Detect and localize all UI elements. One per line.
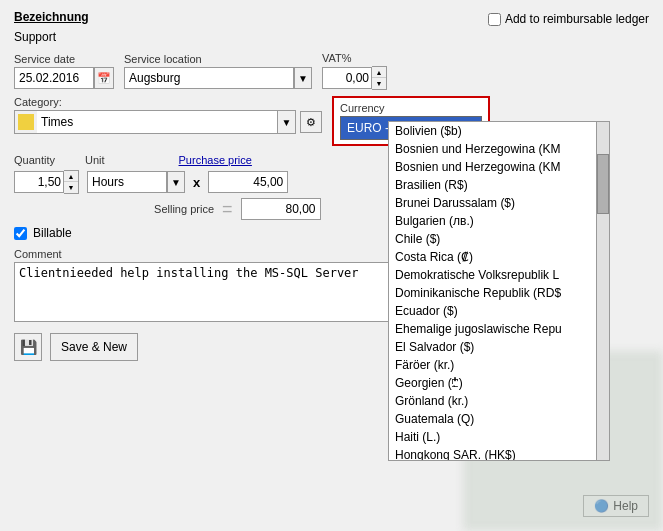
reimbursable-row: Add to reimbursable ledger	[488, 12, 649, 26]
service-location-label: Service location	[124, 53, 312, 65]
calendar-button[interactable]: 📅	[94, 67, 114, 89]
billable-label: Billable	[33, 226, 72, 240]
purchase-price-input[interactable]	[208, 171, 288, 193]
currency-scrollbar[interactable]	[596, 121, 610, 461]
category-input[interactable]	[37, 111, 277, 133]
service-location-wrapper: ▼	[124, 67, 312, 89]
unit-dropdown-button[interactable]: ▼	[167, 171, 185, 193]
vat-up-button[interactable]: ▲	[372, 67, 386, 78]
vat-label: VAT%	[322, 52, 387, 64]
vat-input[interactable]	[322, 67, 372, 89]
category-extra-button[interactable]: ⚙	[300, 111, 322, 133]
currency-dropdown[interactable]: Bolivien ($b)Bosnien und Herzegowina (KM…	[388, 121, 598, 461]
currency-item[interactable]: El Salvador ($)	[389, 338, 597, 356]
purchase-price-label[interactable]: Purchase price	[179, 154, 252, 166]
currency-item[interactable]: Guatemala (Q)	[389, 410, 597, 428]
currency-label: Currency	[340, 102, 482, 114]
currency-item[interactable]: Costa Rica (₡)	[389, 248, 597, 266]
vat-spinner: ▲ ▼	[322, 66, 387, 90]
comment-textarea[interactable]: Clientnieeded help installing the MS-SQL…	[14, 262, 394, 322]
currency-item[interactable]: Hongkong SAR. (HK$)	[389, 446, 597, 461]
currency-item[interactable]: Bolivien ($b)	[389, 122, 597, 140]
service-date-group: Service date 📅	[14, 53, 114, 89]
reimbursable-checkbox[interactable]	[488, 13, 501, 26]
category-section: Category: ▼ ⚙	[14, 96, 322, 134]
service-location-group: Service location ▼	[124, 53, 312, 89]
service-location-input[interactable]	[124, 67, 294, 89]
quantity-up-button[interactable]: ▲	[64, 171, 78, 182]
currency-item[interactable]: Brunei Darussalam ($)	[389, 194, 597, 212]
service-date-input[interactable]	[14, 67, 94, 89]
category-label: Category:	[14, 96, 322, 108]
currency-item[interactable]: Bosnien und Herzegowina (KM	[389, 140, 597, 158]
service-date-label: Service date	[14, 53, 114, 65]
multiply-label: x	[193, 175, 200, 190]
currency-item[interactable]: Ehemalige jugoslawische Repu	[389, 320, 597, 338]
unit-label: Unit	[85, 154, 105, 166]
vat-down-button[interactable]: ▼	[372, 78, 386, 89]
quantity-label: Quantity	[14, 154, 55, 166]
scrollbar-thumb[interactable]	[597, 154, 609, 214]
vat-group: VAT% ▲ ▼	[322, 52, 387, 90]
category-dropdown-button[interactable]: ▼	[277, 111, 295, 133]
quantity-input[interactable]	[14, 171, 64, 193]
quantity-spinner: ▲ ▼	[14, 170, 79, 194]
currency-item[interactable]: Chile ($)	[389, 230, 597, 248]
service-row: Service date 📅 Service location ▼ VAT% ▲…	[14, 52, 649, 90]
billable-checkbox[interactable]	[14, 227, 27, 240]
main-dialog: Add to reimbursable ledger Bezeichnung S…	[0, 0, 663, 531]
currency-item[interactable]: Brasilien (R$)	[389, 176, 597, 194]
category-input-wrapper: ▼	[14, 110, 296, 134]
currency-item[interactable]: Grönland (kr.)	[389, 392, 597, 410]
quantity-spinner-buttons: ▲ ▼	[64, 170, 79, 194]
support-value: Support	[14, 30, 649, 44]
selling-price-input[interactable]	[241, 198, 321, 220]
unit-select-wrapper: Hours ▼	[87, 171, 185, 193]
reimbursable-label: Add to reimbursable ledger	[505, 12, 649, 26]
save-disk-icon: 💾	[20, 339, 37, 355]
selling-price-label: Selling price	[14, 203, 214, 215]
currency-item[interactable]: Georgien (₾)	[389, 374, 597, 392]
currency-item[interactable]: Färöer (kr.)	[389, 356, 597, 374]
currency-item[interactable]: Bulgarien (лв.)	[389, 212, 597, 230]
service-location-dropdown[interactable]: ▼	[294, 67, 312, 89]
currency-item[interactable]: Dominikanische Republik (RD$	[389, 284, 597, 302]
currency-item[interactable]: Ecuador ($)	[389, 302, 597, 320]
currency-item[interactable]: Haiti (L.)	[389, 428, 597, 446]
currency-item[interactable]: Demokratische Volksrepublik L	[389, 266, 597, 284]
category-icon	[18, 114, 34, 130]
save-icon-button[interactable]: 💾	[14, 333, 42, 361]
save-new-button[interactable]: Save & New	[50, 333, 138, 361]
currency-item[interactable]: Bosnien und Herzegowina (KM	[389, 158, 597, 176]
date-input-wrapper: 📅	[14, 67, 114, 89]
vat-spinner-buttons: ▲ ▼	[372, 66, 387, 90]
equals-sign: =	[222, 200, 233, 218]
quantity-down-button[interactable]: ▼	[64, 182, 78, 193]
unit-display: Hours	[87, 171, 167, 193]
